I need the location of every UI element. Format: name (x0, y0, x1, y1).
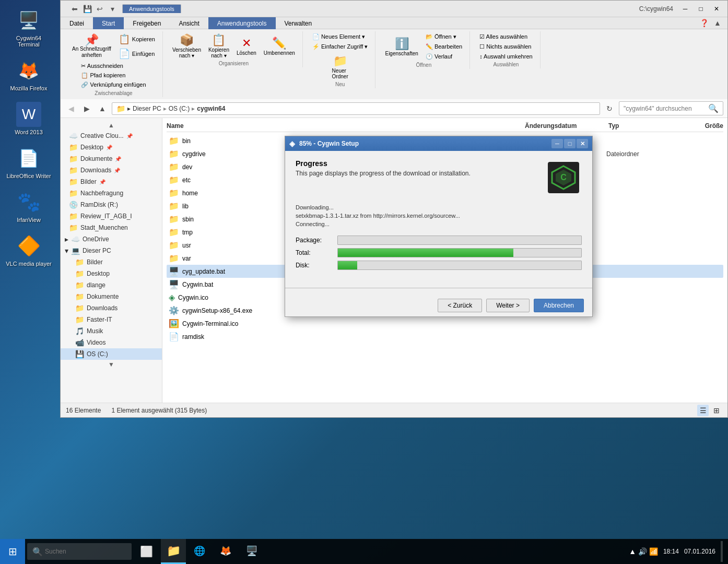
btn-einfuegen[interactable]: 📄 Einfügen (115, 47, 158, 61)
sidebar-item-onedrive[interactable]: ▸ ☁️ OneDrive (61, 233, 162, 245)
btn-einfacher-zugriff[interactable]: ⚡ Einfacher Zugriff ▾ (309, 42, 371, 51)
taskbar-app-cygwin[interactable]: 🖥️ (239, 539, 264, 564)
btn-bearbeiten[interactable]: ✏️ Bearbeiten (422, 42, 465, 51)
close-button[interactable]: ✕ (710, 4, 723, 14)
btn-oeffnen[interactable]: 📂 Öffnen ▾ (422, 32, 465, 41)
tab-anwendungstools[interactable]: Anwendungstools (208, 17, 276, 29)
qa-save[interactable]: 💾 (81, 3, 93, 15)
desktop-icon-word[interactable]: W Word 2013 (3, 99, 55, 138)
sidebar-item-downloads[interactable]: 📁 Downloads 📌 (61, 164, 162, 176)
task-view-button[interactable]: ⬜ (134, 539, 159, 564)
qa-back[interactable]: ⬅ (69, 3, 80, 15)
path-os-c[interactable]: OS (C:) (169, 105, 190, 112)
desktop-icon-irfanview[interactable]: 🐾 IrfanView (3, 187, 55, 226)
dialog-close-button[interactable]: ✕ (577, 139, 588, 148)
cancel-button[interactable]: Abbrechen (534, 299, 584, 312)
sidebar-item-dokumente[interactable]: 📁 Dokumente 📌 (61, 153, 162, 164)
sidebar-item-dlange[interactable]: 📁 dlange (61, 279, 162, 291)
sidebar-item-stadt[interactable]: 📁 Stadt_Muenchen (61, 222, 162, 233)
sidebar-item-os-c[interactable]: 💾 OS (C:) (61, 348, 162, 360)
sidebar-item-dokumente-pc[interactable]: 📁 Dokumente (61, 291, 162, 302)
next-button[interactable]: Weiter > (486, 299, 530, 312)
sidebar-item-dieser-pc[interactable]: ▾ 💻 Dieser PC (61, 245, 162, 256)
btn-auswahl-umkehren[interactable]: ↕ Auswahl umkehren (476, 52, 536, 61)
sidebar-item-ramdisk[interactable]: 💿 RamDisk (R:) (61, 199, 162, 210)
btn-pin[interactable]: 📌 An Schnellzugriffanheften (69, 33, 114, 60)
up-button[interactable]: ▲ (96, 102, 109, 115)
taskbar-app-explorer[interactable]: 📁 (161, 539, 186, 564)
dialog-minimize-button[interactable]: ─ (551, 139, 563, 148)
sidebar-item-creative-cloud[interactable]: ☁️ Creative Clou... 📌 (61, 130, 162, 142)
qa-dropdown[interactable]: ▾ (107, 3, 118, 15)
tab-freigeben[interactable]: Freigeben (124, 17, 170, 29)
btn-verlauf[interactable]: 🕐 Verlauf (422, 52, 465, 61)
sidebar-item-downloads-pc[interactable]: 📁 Downloads (61, 302, 162, 314)
path-dieser-pc[interactable]: ▸ (127, 105, 131, 112)
cygwin-icon: 🖥️ (16, 8, 41, 33)
sidebar-item-bilder-pc[interactable]: 📁 Bilder (61, 256, 162, 268)
btn-loeschen[interactable]: ✕ Löschen (233, 36, 260, 57)
desktop-icon-vlc[interactable]: 🔶 VLC media player (3, 231, 55, 269)
btn-eigenschaften[interactable]: ℹ️ Eigenschaften (382, 36, 421, 57)
btn-alles-auswaehlen[interactable]: ☑ Alles auswählen (476, 32, 536, 41)
maximize-button[interactable]: □ (694, 4, 708, 14)
ribbon-collapse[interactable]: ▲ (712, 17, 723, 29)
tab-ansicht[interactable]: Ansicht (170, 17, 208, 29)
details-view-button[interactable]: ☰ (697, 405, 709, 416)
address-bar: ◀ ▶ ▲ 📁 ▸ Dieser PC ▸ OS (C:) ▸ cygwin64… (61, 99, 727, 118)
path-dieser-pc-label[interactable]: Dieser PC (133, 105, 161, 112)
col-name[interactable]: Name (167, 122, 525, 130)
btn-verknuepfung[interactable]: 🔗 Verknüpfung einfügen (78, 80, 149, 89)
desktop-icon-libreoffice[interactable]: 📄 LibreOffice Writer (3, 143, 55, 182)
search-box[interactable]: 🔍 (619, 101, 723, 115)
btn-verschieben[interactable]: 📦 Verschiebennach ▾ (169, 32, 204, 60)
btn-kopieren[interactable]: 📋 Kopieren (115, 32, 158, 46)
sidebar-item-review[interactable]: 📁 Review_IT_AGB_I (61, 210, 162, 222)
path-cygwin64[interactable]: cygwin64 (197, 105, 225, 112)
taskbar-app-ie[interactable]: 🌐 (187, 539, 212, 564)
sidebar-item-bilder[interactable]: 📁 Bilder 📌 (61, 176, 162, 187)
table-row[interactable]: 📄 ramdisk (167, 330, 723, 343)
scroll-up-arrow[interactable]: ▲ (61, 121, 162, 130)
col-date[interactable]: Änderungsdatum (525, 122, 608, 130)
tiles-view-button[interactable]: ⊞ (711, 405, 722, 416)
dialog-maximize-button[interactable]: □ (564, 139, 576, 148)
address-path[interactable]: 📁 ▸ Dieser PC ▸ OS (C:) ▸ cygwin64 (112, 102, 600, 115)
sidebar-item-desktop[interactable]: 📁 Desktop 📌 (61, 142, 162, 153)
start-button[interactable]: ⊞ (0, 539, 25, 564)
ribbon-help[interactable]: ❓ (698, 17, 710, 29)
show-desktop-button[interactable] (721, 541, 723, 562)
back-button[interactable]: < Zurück (438, 299, 482, 312)
col-size[interactable]: Größe (671, 122, 723, 130)
sidebar-item-desktop-pc[interactable]: 📁 Desktop (61, 268, 162, 279)
taskbar-search-input[interactable] (45, 548, 126, 555)
scroll-down-arrow[interactable]: ▼ (61, 360, 162, 369)
btn-neues-element[interactable]: 📄 Neues Element ▾ (309, 32, 371, 41)
minimize-button[interactable]: ─ (678, 4, 692, 14)
back-button[interactable]: ◀ (65, 102, 77, 115)
taskbar-app-firefox[interactable]: 🦊 (213, 539, 238, 564)
btn-neuer-ordner[interactable]: 📁 NeuerOrdner (329, 53, 351, 80)
tab-start[interactable]: Start (93, 17, 124, 29)
tab-verwalten[interactable]: Verwalten (276, 17, 321, 29)
col-type[interactable]: Typ (608, 122, 671, 130)
sidebar-item-videos[interactable]: 📹 Videos (61, 337, 162, 348)
taskbar-search[interactable]: 🔍 (27, 543, 132, 560)
table-row[interactable]: 🖼️ Cygwin-Terminal.ico (167, 317, 723, 330)
desktop-icon-firefox[interactable]: 🦊 Mozilla Firefox (3, 55, 55, 94)
btn-ausschneiden[interactable]: ✂ Ausschneiden (78, 62, 149, 70)
btn-pfad-kopieren[interactable]: 📋 Pfad kopieren (78, 71, 149, 80)
btn-umbenennen[interactable]: ✏️ Umbenennen (261, 36, 298, 57)
tab-datei[interactable]: Datei (61, 17, 93, 29)
btn-nichts-auswaehlen[interactable]: ☐ Nichts auswählen (476, 42, 536, 51)
qa-undo[interactable]: ↩ (94, 3, 105, 15)
btn-kopieren-nach[interactable]: 📋 Kopierennach ▾ (205, 32, 232, 60)
desktop-icon-cygwin[interactable]: 🖥️ Cygwin64 Terminal (3, 5, 55, 50)
sidebar-item-musik[interactable]: 🎵 Musik (61, 325, 162, 337)
search-input[interactable] (624, 105, 708, 112)
tab-anwendungstools[interactable]: Anwendungstools (122, 4, 181, 13)
sidebar-item-faster-it[interactable]: 📁 Faster-IT (61, 314, 162, 325)
forward-button[interactable]: ▶ (80, 102, 93, 115)
refresh-button[interactable]: ↻ (603, 102, 616, 115)
sidebar-item-nachbefragung[interactable]: 📁 Nachbefragung (61, 187, 162, 199)
